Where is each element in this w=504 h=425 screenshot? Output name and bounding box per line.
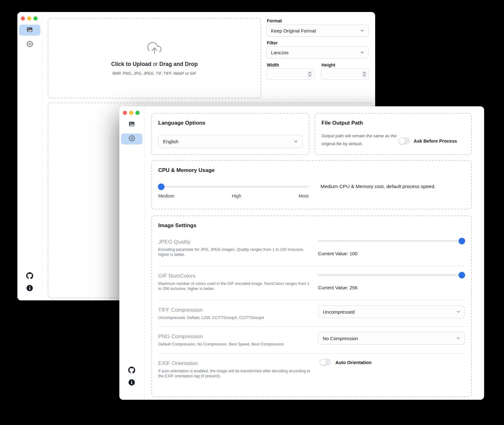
toggle-label: Ask Before Process [414, 139, 457, 144]
auto-orientation-toggle[interactable] [320, 359, 331, 366]
info-icon [26, 285, 33, 292]
gear-icon [129, 135, 135, 143]
gif-numcolors-row: GIF NumColors Maximum number of colors u… [152, 270, 471, 300]
sidebar-item-images[interactable] [121, 119, 142, 130]
ask-before-process-toggle[interactable] [399, 138, 410, 145]
height-label: Height [321, 62, 335, 68]
setting-name: JPEG Quality [158, 239, 190, 245]
language-select[interactable]: English [158, 135, 303, 148]
zoom-button[interactable] [135, 111, 140, 115]
minimize-button[interactable] [129, 111, 133, 115]
image-icon [128, 121, 135, 129]
slider-track[interactable] [318, 240, 465, 242]
width-field-wrap [266, 68, 315, 80]
format-select[interactable]: Keep Original Format [266, 25, 369, 37]
tick-high: High [232, 193, 241, 198]
cpu-status-text: Medium CPU & Memory cost, default proces… [321, 184, 435, 189]
current-value-text: Current Value: 256 [318, 285, 357, 290]
converter-sidebar [17, 12, 42, 300]
setting-description: Encoding parameter for JPG, JPEG images.… [158, 247, 311, 257]
info-icon [128, 379, 135, 386]
upload-cloud-icon [147, 41, 162, 56]
github-button[interactable] [128, 367, 135, 374]
jpeg-quality-slider[interactable] [318, 238, 465, 245]
setting-name: TIFF Compression [158, 307, 203, 313]
settings-window: Language Options English File Output Pat… [119, 106, 484, 400]
toggle-label: Auto Orientation [335, 360, 371, 365]
github-icon [26, 272, 33, 279]
chevron-down-icon [360, 28, 365, 33]
filter-select[interactable]: Lanczos [266, 46, 369, 58]
setting-description: If auto orientation is enabled, the imag… [158, 369, 314, 379]
gif-numcolors-slider[interactable] [318, 272, 465, 279]
row-divider [158, 353, 465, 354]
gear-icon [27, 41, 33, 49]
github-icon [128, 367, 135, 374]
tick-most: Most [299, 193, 309, 198]
stepper-icon[interactable] [307, 70, 312, 78]
close-button[interactable] [21, 16, 25, 21]
tick-medium: Medium [158, 193, 175, 198]
info-button[interactable] [26, 285, 33, 292]
window-controls [123, 111, 140, 115]
chevron-down-icon [456, 336, 461, 341]
info-button[interactable] [128, 379, 135, 386]
slider-track[interactable] [158, 186, 309, 188]
row-divider [158, 326, 465, 327]
height-field-wrap [321, 68, 369, 80]
format-label: Format [267, 18, 282, 23]
sidebar-item-images[interactable] [19, 25, 40, 36]
stepper-icon[interactable] [362, 70, 367, 78]
cpu-memory-slider[interactable] [158, 183, 309, 191]
setting-description: Maximum number of colors used in the GIF… [158, 281, 311, 291]
setting-name: GIF NumColors [158, 273, 195, 279]
sidebar-item-settings[interactable] [121, 133, 142, 145]
language-options-section: Language Options English [151, 113, 309, 155]
zoom-button[interactable] [33, 16, 38, 21]
conversion-options-panel: Format Keep Original Format Filter Lancz… [266, 16, 369, 91]
tiff-compression-select[interactable]: Uncompressed [318, 305, 465, 318]
row-divider [158, 300, 465, 300]
chevron-down-icon [360, 50, 365, 55]
section-title: Language Options [158, 120, 205, 126]
exif-orientation-row: EXIF Orientation If auto orientation is … [152, 357, 471, 392]
slider-thumb[interactable] [459, 238, 465, 245]
github-button[interactable] [26, 272, 33, 279]
slider-thumb[interactable] [158, 184, 165, 190]
row-divider [158, 266, 465, 266]
toggle-knob [320, 359, 326, 365]
setting-description: Default Compression, No Compression, Bes… [158, 342, 311, 347]
chevron-down-icon [456, 310, 461, 314]
png-compression-select[interactable]: No Compression [318, 332, 465, 345]
filter-label: Filter [267, 40, 278, 45]
section-title: CPU & Memory Usage [158, 167, 215, 174]
upload-dropzone[interactable]: Click to Upload or Drag and Drop BMP, PN… [48, 18, 261, 98]
file-output-path-section: File Output Path Output path will remain… [315, 113, 472, 155]
cpu-memory-section: CPU & Memory Usage Medium High Most Medi… [151, 160, 472, 210]
jpeg-quality-row: JPEG Quality Encoding parameter for JPG,… [152, 236, 471, 266]
output-path-description: Output path will remain the same as the … [321, 132, 397, 148]
sidebar-item-settings[interactable] [19, 39, 40, 50]
setting-name: PNG Compression [158, 334, 203, 340]
setting-description: Uncompressed, Deflate, LZW, CCITTGroup3,… [158, 315, 311, 320]
toggle-knob [399, 138, 405, 144]
desktop: Click to Upload or Drag and Drop BMP, PN… [0, 0, 504, 425]
close-button[interactable] [123, 111, 127, 115]
image-settings-section: Image Settings JPEG Quality Encoding par… [151, 215, 472, 397]
slider-track[interactable] [318, 274, 465, 276]
chevron-down-icon [293, 139, 298, 144]
setting-name: EXIF Orientation [158, 360, 198, 367]
window-controls [21, 16, 38, 21]
width-label: Width [267, 62, 279, 68]
upload-formats-hint: BMP, PNG, JPG, JPEG, TIF, TIFF, WebP or … [112, 71, 196, 76]
cpu-slider-ticks: Medium High Most [158, 193, 309, 198]
png-compression-row: PNG Compression Default Compression, No … [152, 330, 471, 353]
minimize-button[interactable] [27, 16, 31, 21]
slider-thumb[interactable] [459, 272, 465, 279]
image-icon [26, 26, 33, 34]
settings-sidebar [119, 106, 144, 400]
section-title: Image Settings [158, 222, 196, 229]
tiff-compression-row: TIFF Compression Uncompressed, Deflate, … [152, 304, 471, 326]
current-value-text: Current Value: 100 [318, 251, 357, 256]
upload-title: Click to Upload or Drag and Drop [111, 61, 198, 68]
